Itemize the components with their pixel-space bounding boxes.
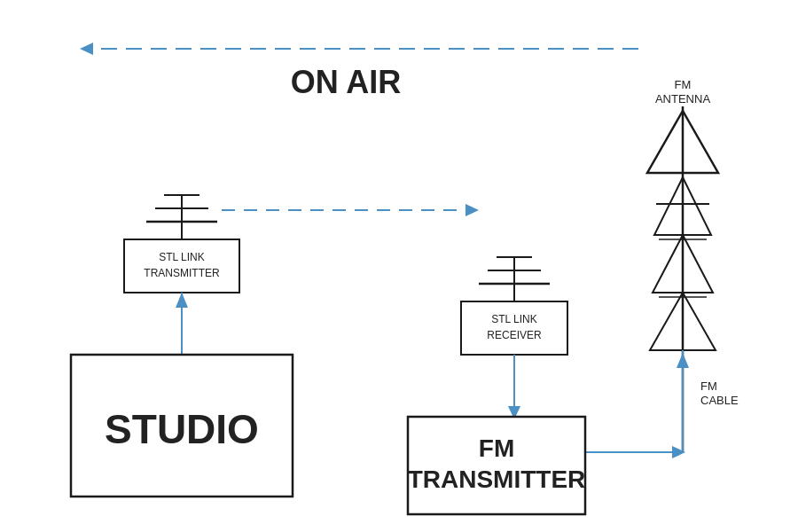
svg-marker-29 xyxy=(176,293,188,308)
stl-link-receiver-box xyxy=(461,301,567,355)
svg-marker-27 xyxy=(466,204,479,216)
fm-cable-label: FM xyxy=(700,379,717,393)
studio-label: STUDIO xyxy=(105,406,259,452)
svg-text:STL LINK: STL LINK xyxy=(491,313,537,325)
on-air-label: ON AIR xyxy=(291,64,402,100)
svg-marker-11 xyxy=(677,353,689,368)
fm-transmitter-label2: TRANSMITTER xyxy=(408,466,586,493)
svg-text:TRANSMITTER: TRANSMITTER xyxy=(144,267,220,279)
fm-cable-label2: CABLE xyxy=(700,394,739,407)
fm-antenna-label2: ANTENNA xyxy=(655,92,710,106)
svg-text:RECEIVER: RECEIVER xyxy=(487,329,542,341)
fm-transmitter-label1: FM xyxy=(479,434,514,462)
fm-antenna-label: FM xyxy=(675,78,692,91)
svg-marker-1 xyxy=(80,43,93,55)
stl-link-transmitter-box xyxy=(124,239,239,293)
svg-text:STL LINK: STL LINK xyxy=(159,251,205,263)
